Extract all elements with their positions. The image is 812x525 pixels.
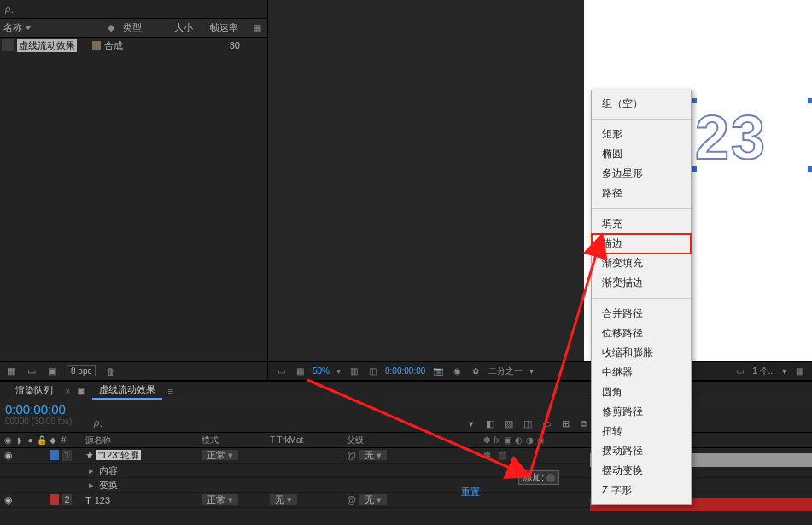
menu-twist[interactable]: 扭转 (592, 422, 691, 441)
shape-text-123[interactable]: 23 (695, 102, 767, 172)
labels-icon[interactable]: ▦ (253, 22, 261, 33)
tag-icon[interactable]: ◆ (108, 22, 114, 33)
col-source[interactable]: 源名称 (82, 435, 202, 446)
comp-timecode[interactable]: 0:00:00:00 (385, 366, 425, 376)
bpc-toggle[interactable]: 8 bpc (67, 365, 96, 376)
text-icon: T (85, 495, 91, 505)
tab-comp[interactable]: 虚线流动效果 (92, 382, 162, 400)
folder-icon[interactable]: ▭ (26, 365, 38, 377)
layer-name[interactable]: 123 (95, 495, 110, 505)
frame-blend-icon[interactable]: ◫ (522, 417, 534, 429)
timeline-timecode[interactable]: 0:00:00:00 (5, 402, 89, 417)
col-mode[interactable]: 模式 (202, 435, 270, 446)
motion-blur-icon[interactable]: ⬭ (540, 417, 552, 429)
color-mgmt-icon[interactable]: ✿ (470, 365, 482, 377)
blend-mode[interactable]: 正常 ▾ (202, 450, 238, 460)
twirl-icon[interactable]: ▸ (89, 480, 94, 491)
interp-icon[interactable]: ▦ (5, 365, 17, 377)
menu-gradient-fill[interactable]: 渐变填充 (592, 254, 691, 273)
menu-rectangle[interactable]: 矩形 (592, 125, 691, 144)
comp-footer: ▭ ▦ 50% ▾ ▥ ◫ 0:00:00:00 📷 ◉ ✿ 二分之一 ▾ ▭ … (268, 361, 812, 380)
menu-repeater[interactable]: 中继器 (592, 363, 691, 382)
transparency-icon[interactable]: ▥ (348, 365, 359, 377)
parent-dropdown[interactable]: 无 ▾ (359, 494, 387, 505)
blend-mode[interactable]: 正常 ▾ (202, 494, 238, 505)
close-icon[interactable]: × (65, 386, 70, 396)
draft3d-icon[interactable]: ▧ (503, 417, 515, 429)
pickwhip-icon[interactable]: @ (347, 494, 356, 505)
shy-col-icon[interactable]: ✽ (483, 435, 490, 445)
label-icon[interactable]: ◆ (48, 435, 57, 445)
menu-wiggle-paths[interactable]: 摆动路径 (592, 441, 691, 461)
graph-icon[interactable]: ⊞ (559, 417, 571, 429)
tab-render-queue[interactable]: 渲染队列 (9, 382, 60, 399)
resolution-dropdown[interactable]: 二分之一 (488, 365, 523, 377)
view-count-dropdown[interactable]: 1 个... (752, 365, 775, 377)
solo-icon[interactable]: ● (26, 435, 35, 445)
col-name[interactable]: 名称 (3, 21, 22, 34)
sort-icon[interactable] (25, 26, 32, 30)
shape-icon: ★ (85, 450, 94, 460)
fx-col-icon[interactable]: fx (494, 435, 500, 445)
lock-icon[interactable]: 🔒 (37, 435, 46, 445)
grid-icon[interactable]: ▦ (294, 365, 306, 377)
trash-icon[interactable]: 🗑 (104, 365, 116, 377)
eye-toggle[interactable]: ◉ (3, 494, 13, 505)
col-size[interactable]: 大小 (171, 21, 207, 34)
menu-pucker-bloat[interactable]: 收缩和膨胀 (592, 343, 691, 363)
view-layout-icon[interactable]: ▭ (733, 365, 745, 377)
menu-path[interactable]: 路径 (592, 184, 691, 203)
menu-offset-paths[interactable]: 位移路径 (592, 324, 691, 343)
reset-link[interactable]: 重置 (461, 486, 480, 499)
selection-handle[interactable] (692, 98, 697, 103)
brainstorm-icon[interactable]: ⧉ (578, 417, 590, 429)
mask-icon[interactable]: ◫ (366, 365, 378, 377)
pickwhip-icon[interactable]: @ (347, 450, 356, 460)
channel-icon[interactable]: ◉ (451, 365, 463, 377)
menu-polystar[interactable]: 多边星形 (592, 164, 691, 184)
layer-label[interactable] (50, 494, 59, 505)
col-fps[interactable]: 帧速率 (207, 21, 249, 34)
selection-handle[interactable] (808, 98, 812, 103)
layer-name[interactable]: "123"轮廓 (96, 450, 141, 460)
menu-group-empty[interactable]: 组（空） (592, 94, 691, 114)
shy-icon[interactable]: ◧ (484, 417, 496, 429)
col-trkmat[interactable]: T TrkMat (270, 435, 347, 445)
add-menu-button[interactable]: 添加: (518, 470, 559, 485)
layer-label[interactable] (50, 450, 59, 460)
av-eye-icon[interactable]: ◉ (3, 435, 13, 445)
panel-menu-icon[interactable]: ≡ (167, 386, 172, 396)
eye-toggle[interactable]: ◉ (3, 450, 13, 461)
selection-handle[interactable] (692, 166, 697, 172)
project-item[interactable]: 虚线流动效果 合成 30 (0, 38, 267, 53)
timeline-framerate: 00000 (30.00 fps) (5, 417, 89, 426)
search-icon[interactable]: ρ、 (94, 417, 108, 429)
menu-stroke[interactable]: 描边 (592, 234, 691, 254)
menu-trim-paths[interactable]: 修剪路径 (592, 402, 691, 422)
roi-icon[interactable]: ▭ (275, 365, 287, 377)
snapshot-icon[interactable]: 📷 (432, 365, 444, 377)
menu-wiggle-transform[interactable]: 摆动变换 (592, 461, 691, 481)
camera-icon[interactable]: ▦ (793, 365, 805, 377)
menu-merge-paths[interactable]: 合并路径 (592, 304, 691, 324)
project-columns-header: 名称 ◆ 类型 大小 帧速率 ▦ (0, 19, 267, 38)
new-comp-icon[interactable]: ▣ (46, 365, 58, 377)
menu-fill[interactable]: 填充 (592, 214, 691, 234)
zoom-dropdown[interactable]: 50% (313, 366, 330, 376)
parent-dropdown[interactable]: 无 ▾ (359, 450, 387, 460)
col-parent[interactable]: 父级 (347, 435, 483, 446)
menu-ellipse[interactable]: 椭圆 (592, 144, 691, 164)
arrow-circle-icon (546, 474, 555, 482)
menu-zigzag[interactable]: Z 字形 (592, 481, 691, 500)
col-type[interactable]: 类型 (120, 21, 171, 34)
menu-gradient-stroke[interactable]: 渐变描边 (592, 273, 691, 293)
layer-index: 2 (62, 494, 72, 505)
shy-icon[interactable]: ▾ (465, 417, 477, 429)
selection-handle[interactable] (808, 166, 812, 172)
twirl-icon[interactable]: ▸ (89, 465, 94, 476)
menu-round-corners[interactable]: 圆角 (592, 382, 691, 402)
trkmat-dropdown[interactable]: 无 ▾ (270, 494, 297, 505)
project-search[interactable]: ρ、 (0, 0, 267, 19)
av-speaker-icon[interactable]: ◗ (15, 435, 24, 445)
search-icon: ρ、 (5, 3, 20, 15)
